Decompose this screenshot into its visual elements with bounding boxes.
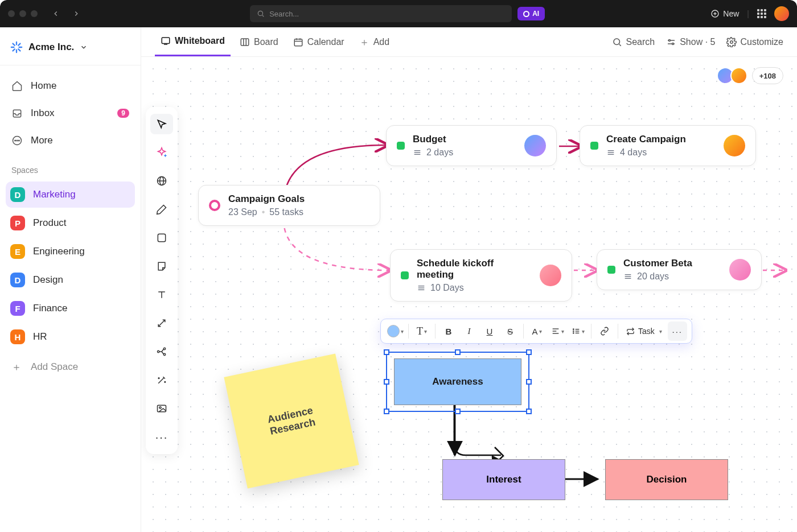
tab-calendar[interactable]: Calendar bbox=[287, 27, 350, 56]
tool-image[interactable] bbox=[150, 398, 173, 419]
more-icon bbox=[11, 135, 23, 146]
align-button[interactable]: ▾ bbox=[548, 321, 567, 341]
svg-point-15 bbox=[17, 140, 18, 141]
more-format-button[interactable]: ··· bbox=[668, 321, 687, 341]
svg-point-39 bbox=[163, 348, 165, 349]
assignee-avatar[interactable] bbox=[540, 265, 561, 286]
view-tabs-bar: Whiteboard Board Calendar ＋Add Search Sh… bbox=[141, 27, 797, 57]
svg-line-12 bbox=[18, 44, 20, 46]
tool-sticky[interactable] bbox=[150, 256, 173, 277]
plus-icon: ＋ bbox=[10, 360, 23, 374]
format-toolbar: ▾ T▾ B I U S A▾ ▾ ▾ Task▾ ··· bbox=[380, 319, 692, 344]
user-avatar[interactable] bbox=[774, 6, 789, 21]
tool-magic[interactable] bbox=[150, 370, 173, 390]
nav-home[interactable]: Home bbox=[6, 73, 135, 98]
assignee-avatar[interactable] bbox=[524, 135, 546, 156]
card-budget[interactable]: Budget 2 days bbox=[386, 125, 557, 166]
space-product[interactable]: PProduct bbox=[6, 210, 135, 236]
card-customer-beta[interactable]: Customer Beta 20 days bbox=[597, 249, 762, 290]
sidebar: Acme Inc. Home Inbox 9 More Spaces DMark… bbox=[0, 27, 141, 532]
pen-icon bbox=[156, 204, 167, 215]
card-campaign-goals[interactable]: Campaign Goals 23 Sep•55 tasks bbox=[198, 185, 380, 226]
sparkle-ai-icon bbox=[155, 146, 168, 159]
plus-icon: ＋ bbox=[359, 35, 369, 49]
forward-button[interactable] bbox=[68, 6, 84, 22]
bold-button[interactable]: B bbox=[439, 321, 458, 341]
tab-whiteboard[interactable]: Whiteboard bbox=[155, 27, 231, 56]
view-show-button[interactable]: Show · 5 bbox=[666, 37, 715, 47]
ai-button[interactable]: AI bbox=[517, 7, 545, 20]
mindmap-icon bbox=[156, 346, 167, 357]
italic-button[interactable]: I bbox=[459, 321, 479, 341]
tool-shape[interactable] bbox=[150, 228, 173, 248]
shape-awareness[interactable]: Awareness bbox=[394, 358, 521, 405]
workspace-switcher[interactable]: Acme Inc. bbox=[6, 34, 135, 60]
inbox-icon bbox=[11, 108, 23, 119]
tool-connector[interactable] bbox=[150, 313, 173, 333]
svg-point-44 bbox=[159, 407, 161, 409]
workspace-logo-icon bbox=[10, 41, 23, 53]
space-hr[interactable]: HHR bbox=[6, 324, 135, 350]
view-customize-button[interactable]: Customize bbox=[726, 37, 783, 47]
apps-grid-icon[interactable] bbox=[757, 9, 766, 18]
list-button[interactable]: ▾ bbox=[568, 321, 588, 341]
space-icon: D bbox=[10, 187, 25, 202]
add-view-button[interactable]: ＋Add bbox=[354, 27, 395, 56]
view-search-button[interactable]: Search bbox=[612, 37, 655, 47]
back-button[interactable] bbox=[48, 6, 64, 22]
underline-button[interactable]: U bbox=[480, 321, 499, 341]
ai-icon bbox=[523, 11, 529, 17]
list-icon bbox=[623, 272, 632, 281]
title-bar: Search... AI New | bbox=[0, 0, 797, 27]
search-icon bbox=[612, 37, 622, 47]
shape-interest[interactable]: Interest bbox=[442, 459, 565, 500]
strikethrough-button[interactable]: S bbox=[500, 321, 520, 341]
presence-avatar[interactable] bbox=[730, 67, 747, 84]
space-marketing[interactable]: DMarketing bbox=[6, 182, 135, 208]
tool-web[interactable] bbox=[150, 171, 173, 191]
new-button[interactable]: New bbox=[710, 9, 739, 18]
tool-more[interactable]: ··· bbox=[150, 427, 173, 447]
cursor-icon bbox=[156, 118, 167, 130]
sliders-icon bbox=[666, 37, 676, 47]
card-create-campaign[interactable]: Create Campaign 4 days bbox=[580, 125, 756, 166]
shape-decision[interactable]: Decision bbox=[605, 459, 728, 500]
whiteboard-icon bbox=[161, 36, 171, 46]
svg-point-64 bbox=[573, 333, 573, 333]
presence-overflow[interactable]: +108 bbox=[752, 67, 783, 84]
sticky-note[interactable]: Audience Research bbox=[224, 353, 359, 488]
space-engineering[interactable]: EEngineering bbox=[6, 238, 135, 265]
tool-pen[interactable] bbox=[150, 199, 173, 220]
square-icon bbox=[156, 232, 167, 244]
svg-line-26 bbox=[619, 44, 621, 46]
svg-rect-35 bbox=[158, 234, 165, 241]
link-button[interactable] bbox=[595, 321, 614, 341]
tab-board[interactable]: Board bbox=[234, 27, 284, 56]
convert-task-button[interactable]: Task▾ bbox=[622, 327, 667, 336]
tool-text[interactable] bbox=[150, 284, 173, 305]
workspace-name: Acme Inc. bbox=[28, 42, 74, 53]
space-design[interactable]: DDesign bbox=[6, 267, 135, 293]
add-space-button[interactable]: ＋Add Space bbox=[6, 352, 135, 382]
fill-color-button[interactable]: ▾ bbox=[385, 321, 405, 341]
whiteboard-canvas[interactable]: +108 ··· bbox=[141, 57, 797, 532]
card-kickoff[interactable]: Schedule kickoff meeting 10 Days bbox=[390, 249, 572, 302]
font-color-button[interactable]: A▾ bbox=[527, 321, 547, 341]
status-indicator bbox=[607, 266, 615, 274]
svg-point-40 bbox=[163, 353, 165, 355]
tool-mindmap[interactable] bbox=[150, 341, 173, 362]
nav-more[interactable]: More bbox=[6, 128, 135, 153]
status-indicator bbox=[590, 142, 598, 150]
assignee-avatar[interactable] bbox=[724, 135, 745, 156]
assignee-avatar[interactable] bbox=[729, 259, 751, 281]
goal-status-icon bbox=[209, 200, 220, 211]
nav-inbox[interactable]: Inbox 9 bbox=[6, 101, 135, 126]
inbox-badge: 9 bbox=[117, 109, 129, 118]
space-finance[interactable]: FFinance bbox=[6, 295, 135, 321]
status-indicator bbox=[401, 271, 409, 279]
tool-ai[interactable] bbox=[150, 142, 173, 163]
text-style-button[interactable]: T▾ bbox=[412, 321, 432, 341]
global-search[interactable]: Search... bbox=[250, 5, 512, 22]
tool-select[interactable] bbox=[150, 114, 173, 134]
link-icon bbox=[600, 327, 609, 336]
